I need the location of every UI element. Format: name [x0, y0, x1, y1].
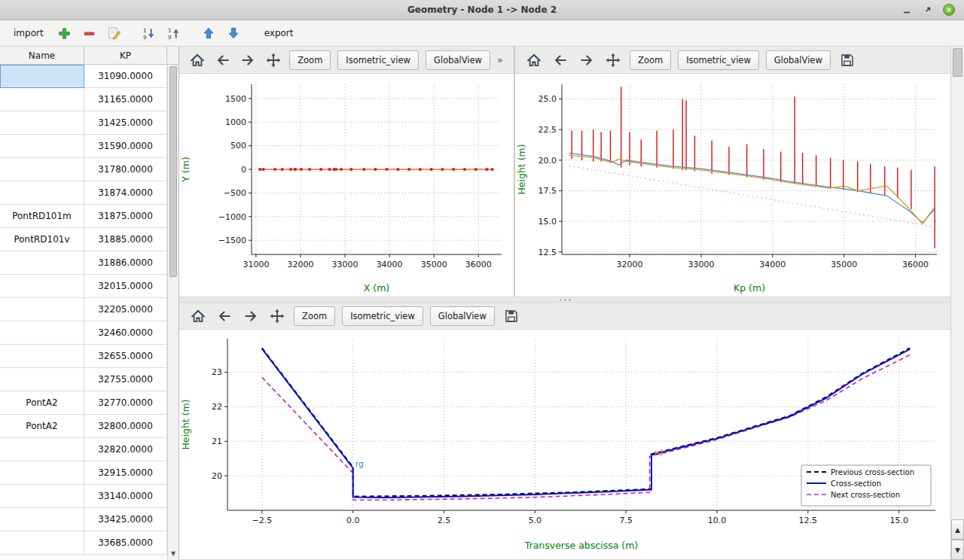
scroll-up-button[interactable]: ▲: [951, 519, 964, 540]
table-row[interactable]: 32655.0000: [0, 345, 178, 368]
save-icon[interactable]: [502, 306, 521, 326]
table-row[interactable]: 31874.0000: [0, 181, 178, 205]
import-button[interactable]: import: [8, 25, 50, 41]
cell-kp[interactable]: 32770.0000: [84, 391, 167, 415]
cell-name[interactable]: [0, 368, 84, 391]
column-header-name[interactable]: Name: [0, 47, 84, 65]
close-icon[interactable]: [943, 4, 955, 16]
window-scrollbar-thumb[interactable]: [953, 48, 962, 77]
cell-kp[interactable]: 32820.0000: [84, 438, 167, 461]
cell-kp[interactable]: 32800.0000: [84, 415, 167, 438]
cell-name[interactable]: [0, 298, 84, 321]
home-icon[interactable]: [188, 50, 207, 70]
home-icon[interactable]: [524, 50, 544, 70]
cell-kp[interactable]: 31165.0000: [84, 88, 167, 111]
table-row[interactable]: 31590.0000: [0, 135, 178, 158]
cell-kp[interactable]: 32915.0000: [84, 461, 167, 485]
toolbar-overflow-chevron[interactable]: »: [497, 54, 505, 65]
cell-kp[interactable]: 31090.0000: [84, 65, 167, 88]
cell-name[interactable]: PontA2: [0, 415, 84, 438]
cell-kp[interactable]: 32655.0000: [84, 345, 167, 368]
edit-icon[interactable]: [105, 23, 124, 43]
isometric-view-button[interactable]: Isometric_view: [337, 50, 419, 70]
isometric-view-button[interactable]: Isometric_view: [678, 50, 759, 70]
cell-name[interactable]: [0, 485, 84, 508]
cell-kp[interactable]: 33140.0000: [84, 485, 167, 508]
table-row[interactable]: PontRD101m31875.0000: [0, 205, 178, 228]
move-up-icon[interactable]: [199, 23, 218, 43]
back-icon[interactable]: [214, 50, 233, 70]
cell-name[interactable]: [0, 65, 84, 88]
window-scrollbar[interactable]: ▲ ▼: [950, 47, 964, 560]
pan-icon[interactable]: [603, 50, 623, 70]
cell-kp[interactable]: 32755.0000: [84, 368, 167, 391]
cell-name[interactable]: [0, 181, 84, 205]
cell-kp[interactable]: 31590.0000: [84, 135, 167, 158]
table-row[interactable]: 32015.0000: [0, 275, 178, 298]
global-view-button[interactable]: GlobalView: [426, 50, 490, 70]
table-row[interactable]: PontA232800.0000: [0, 415, 178, 438]
move-down-icon[interactable]: [224, 23, 243, 43]
cell-kp[interactable]: 31780.0000: [84, 158, 167, 181]
cell-kp[interactable]: 31875.0000: [84, 205, 167, 228]
forward-icon[interactable]: [239, 50, 258, 70]
table-row[interactable]: PontA232770.0000: [0, 391, 178, 415]
table-row[interactable]: 33140.0000: [0, 485, 178, 508]
cell-name[interactable]: [0, 345, 84, 368]
cell-name[interactable]: [0, 531, 84, 555]
table-row[interactable]: 31090.0000: [0, 65, 178, 88]
table-row[interactable]: 32820.0000: [0, 438, 178, 461]
global-view-button[interactable]: GlobalView: [430, 306, 495, 326]
cell-kp[interactable]: 31874.0000: [84, 181, 167, 205]
zoom-button[interactable]: Zoom: [630, 50, 671, 70]
cell-kp[interactable]: 32205.0000: [84, 298, 167, 321]
table-row[interactable]: 31780.0000: [0, 158, 178, 181]
save-icon[interactable]: [837, 50, 857, 70]
pan-icon[interactable]: [264, 50, 283, 70]
cross-section-chart[interactable]: rgrd−2.50.02.55.07.510.012.515.020212223…: [179, 330, 949, 554]
forward-icon[interactable]: [241, 306, 261, 326]
column-header-kp[interactable]: KP: [84, 47, 167, 65]
back-icon[interactable]: [551, 50, 570, 70]
table-row[interactable]: 32755.0000: [0, 368, 178, 391]
cell-name[interactable]: [0, 438, 84, 461]
table-row[interactable]: 31886.0000: [0, 251, 178, 275]
minimize-icon[interactable]: [901, 4, 913, 16]
cell-name[interactable]: [0, 275, 84, 298]
sort-descending-icon[interactable]: [139, 23, 159, 43]
cell-name[interactable]: [0, 111, 84, 135]
sort-ascending-icon[interactable]: [164, 23, 184, 43]
restore-icon[interactable]: [922, 4, 934, 16]
table-row[interactable]: 32915.0000: [0, 461, 178, 485]
export-button[interactable]: export: [258, 25, 300, 41]
cell-name[interactable]: [0, 251, 84, 275]
back-icon[interactable]: [215, 306, 234, 326]
table-row[interactable]: 33425.0000: [0, 508, 178, 531]
table-row[interactable]: 33685.0000: [0, 531, 178, 555]
cell-name[interactable]: PontRD101v: [0, 228, 84, 251]
cell-kp[interactable]: 32015.0000: [84, 275, 167, 298]
table-scrollbar-thumb[interactable]: [169, 66, 177, 277]
zoom-button[interactable]: Zoom: [289, 50, 331, 70]
forward-icon[interactable]: [577, 50, 596, 70]
cell-name[interactable]: [0, 508, 84, 531]
cell-name[interactable]: PontRD101m: [0, 205, 84, 228]
cell-name[interactable]: [0, 461, 84, 485]
cell-kp[interactable]: 31886.0000: [84, 251, 167, 275]
cell-kp[interactable]: 32460.0000: [84, 321, 167, 345]
cell-name[interactable]: [0, 88, 84, 111]
table-row[interactable]: 31425.0000: [0, 111, 178, 135]
cell-name[interactable]: PontA2: [0, 391, 84, 415]
home-icon[interactable]: [188, 306, 208, 326]
cell-kp[interactable]: 33425.0000: [84, 508, 167, 531]
table-row[interactable]: 32205.0000: [0, 298, 178, 321]
table-scroll-down-icon[interactable]: ▼: [168, 548, 178, 559]
cell-kp[interactable]: 31425.0000: [84, 111, 167, 135]
cell-name[interactable]: [0, 135, 84, 158]
isometric-view-button[interactable]: Isometric_view: [342, 306, 423, 326]
remove-section-icon[interactable]: [80, 23, 99, 43]
horizontal-splitter[interactable]: [179, 297, 950, 303]
global-view-button[interactable]: GlobalView: [766, 50, 831, 70]
long-profile-chart[interactable]: 320003300034000350003600012.515.017.520.…: [515, 74, 947, 297]
table-row[interactable]: 32460.0000: [0, 321, 178, 345]
